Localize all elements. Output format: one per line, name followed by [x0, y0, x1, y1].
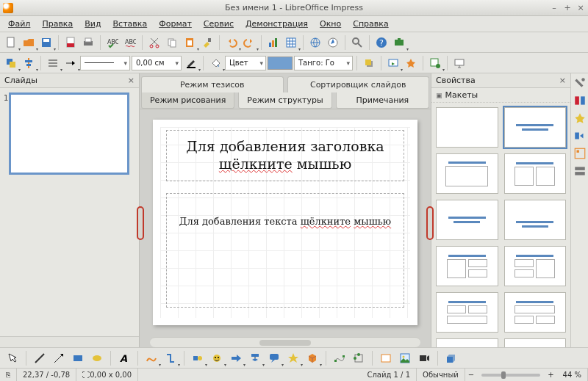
tab-structure[interactable]: Режим структуры [238, 92, 331, 109]
tab-outline-mode[interactable]: Режим тезисов [141, 76, 284, 92]
insert-slide-button[interactable]: ▾ [427, 55, 443, 71]
image-tool[interactable] [397, 350, 413, 366]
sidebar-master-icon[interactable] [573, 94, 587, 107]
status-info-icon[interactable]: ⎘ [0, 369, 17, 381]
insert-table-button[interactable]: ▾ [283, 35, 299, 51]
layout-title-bar1[interactable] [436, 200, 498, 240]
line-color-button[interactable]: ▾ [183, 55, 199, 71]
layout-blank[interactable] [436, 107, 498, 148]
fill-button[interactable]: ▾ [207, 55, 223, 71]
align-button[interactable]: ▾ [21, 55, 37, 71]
menu-help[interactable]: Справка [348, 18, 393, 30]
presentation-button[interactable] [451, 55, 467, 71]
maximize-button[interactable]: + [563, 4, 572, 12]
menu-format[interactable]: Формат [154, 18, 197, 30]
copy-button[interactable] [164, 35, 180, 51]
sidebar-navigator-icon[interactable] [573, 164, 587, 178]
spellcheck-button[interactable]: ABC [104, 35, 121, 51]
hyperlink-button[interactable] [307, 35, 323, 51]
menu-view[interactable]: Вид [79, 18, 106, 30]
line-arrow-tool[interactable] [51, 350, 67, 366]
ellipse-tool[interactable] [89, 350, 105, 366]
close-button[interactable]: × [576, 4, 585, 12]
minimize-button[interactable]: – [550, 4, 559, 12]
points-tool[interactable] [331, 350, 348, 366]
color-sample[interactable] [268, 57, 293, 70]
menu-slideshow[interactable]: Демонстрация [240, 18, 313, 30]
layout-title-only[interactable] [436, 153, 498, 194]
gluepoints-tool[interactable] [351, 350, 367, 366]
left-pane-handle[interactable] [137, 206, 144, 240]
open-button[interactable]: ▾ [21, 35, 37, 51]
tab-slide-sorter[interactable]: Сортировщик слайдов [287, 76, 430, 92]
block-arrows-tool[interactable]: ▾ [228, 350, 244, 366]
insert-chart-button[interactable] [265, 35, 282, 51]
3d-tool[interactable]: ▾ [304, 350, 320, 366]
title-placeholder[interactable]: Для добавления заголовка щёлкните мышью [166, 130, 404, 181]
print-button[interactable] [80, 35, 96, 51]
rectangle-tool[interactable] [70, 350, 86, 366]
layout-two-content[interactable] [504, 153, 567, 194]
fill-type-combo[interactable]: Цвет [225, 56, 266, 70]
shadow-button[interactable] [361, 55, 377, 71]
menu-tools[interactable]: Сервис [198, 18, 239, 30]
line-style-button[interactable]: ▾ [45, 55, 61, 71]
export-pdf-button[interactable] [62, 35, 79, 51]
layout-one-over-two[interactable] [504, 292, 567, 333]
arrow-style-button[interactable]: ▾ [62, 55, 79, 71]
undo-button[interactable]: ▾ [223, 35, 240, 51]
tab-notes[interactable]: Примечания [336, 92, 429, 109]
menu-window[interactable]: Окно [315, 18, 346, 30]
menu-file[interactable]: Файл [3, 18, 35, 30]
slide-thumb-1[interactable]: 1 [6, 94, 133, 173]
format-paintbrush-button[interactable] [199, 35, 215, 51]
select-tool[interactable] [4, 350, 21, 366]
media-tool[interactable] [416, 350, 432, 366]
color-style-combo[interactable]: Танго: Го [294, 56, 353, 70]
sidebar-properties-icon[interactable] [573, 76, 587, 90]
curve-tool[interactable]: ▾ [143, 350, 159, 366]
status-slide-counter[interactable]: Слайд 1 / 1 [361, 369, 417, 381]
auto-spellcheck-button[interactable]: ABC [122, 35, 138, 51]
fontwork-tool[interactable] [378, 350, 394, 366]
layout-content-two[interactable] [436, 246, 498, 286]
line-width-field[interactable]: 0,00 см [132, 56, 182, 70]
layouts-section[interactable]: Макеты [431, 88, 570, 103]
connector-tool[interactable]: ▾ [162, 350, 179, 366]
slides-thumb-list[interactable]: 1 [0, 88, 139, 336]
menu-edit[interactable]: Правка [37, 18, 78, 30]
sidebar-gallery-icon[interactable] [573, 147, 587, 160]
status-zoom[interactable]: 44 % [557, 369, 588, 381]
help-button[interactable]: ? [373, 35, 390, 51]
layout-title-content[interactable] [504, 107, 567, 148]
extension-button[interactable]: ▾ [391, 35, 407, 51]
cut-button[interactable] [146, 35, 162, 51]
line-style-combo[interactable] [80, 56, 130, 70]
zoom-out-icon[interactable]: − [465, 369, 477, 381]
menu-insert[interactable]: Вставка [108, 18, 153, 30]
sidebar-transition-icon[interactable] [573, 129, 587, 142]
layout-centered[interactable] [504, 200, 567, 240]
extrusion-tool[interactable] [443, 350, 459, 366]
layout-two-content-stack[interactable] [504, 246, 567, 286]
zoom-button[interactable] [349, 35, 365, 51]
tab-normal[interactable]: Режим рисования [141, 92, 234, 109]
navigator-button[interactable] [325, 35, 341, 51]
right-pane-handle[interactable] [426, 206, 434, 240]
new-doc-button[interactable]: ▾ [3, 35, 19, 51]
line-tool[interactable] [32, 350, 48, 366]
zoom-in-icon[interactable]: + [545, 369, 556, 381]
stars-tool[interactable]: ▾ [285, 350, 301, 366]
status-mode[interactable]: Обычный [417, 369, 465, 381]
effects-button[interactable] [403, 55, 419, 71]
zoom-slider[interactable] [481, 374, 540, 377]
layout-three-over[interactable] [436, 292, 498, 333]
slides-panel-close[interactable]: × [128, 76, 135, 85]
symbol-shapes-tool[interactable]: ▾ [209, 350, 225, 366]
slide-interaction-button[interactable]: ▾ [385, 55, 401, 71]
save-button[interactable]: ▾ [38, 35, 54, 51]
paste-button[interactable]: ▾ [182, 35, 198, 51]
layout-four[interactable] [436, 338, 498, 347]
content-placeholder[interactable]: Для добавления текста щёлкните мышью [166, 193, 404, 308]
horizontal-scrollbar[interactable] [150, 337, 420, 347]
